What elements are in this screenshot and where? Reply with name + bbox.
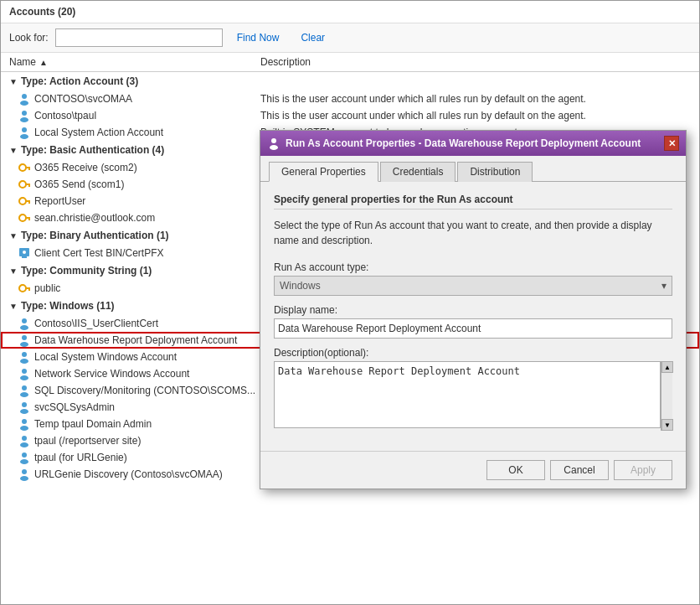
svg-point-31	[20, 375, 28, 380]
look-for-label: Look for:	[9, 32, 49, 44]
item-name: tpaul (/reportserver site)	[18, 434, 260, 447]
svg-point-33	[20, 392, 28, 397]
svg-point-38	[22, 436, 27, 441]
svg-point-15	[19, 215, 26, 221]
tab-credentials[interactable]: Credentials	[380, 162, 456, 182]
find-now-button[interactable]: Find Now	[229, 29, 287, 46]
account-type-row: Run As account type: Windows ▾	[274, 261, 672, 296]
list-headers: Name ▲ Description	[1, 53, 699, 72]
key-icon	[18, 178, 31, 191]
account-type-select[interactable]: Windows ▾	[274, 276, 672, 296]
dialog-tabs: General Properties Credentials Distribut…	[260, 156, 686, 182]
tab-distribution[interactable]: Distribution	[457, 162, 533, 182]
user-icon	[18, 317, 31, 330]
svg-rect-17	[28, 219, 30, 220]
svg-point-5	[20, 134, 28, 139]
svg-rect-22	[25, 287, 30, 289]
collapse-arrow-icon: ▼	[9, 77, 18, 86]
key-icon	[18, 161, 31, 174]
svg-point-42	[22, 469, 27, 474]
description-row: Description(optional): ▲ ▼	[274, 347, 672, 431]
dialog-content: Specify general properties for the Run A…	[260, 182, 686, 451]
svg-point-36	[22, 419, 27, 424]
svg-rect-14	[28, 202, 30, 204]
svg-point-9	[19, 181, 26, 188]
list-item[interactable]: Contoso\tpaul This is the user account u…	[1, 107, 699, 124]
item-name: O365 Send (scom1)	[18, 178, 260, 191]
tab-general-properties[interactable]: General Properties	[269, 162, 378, 182]
svg-point-21	[19, 285, 26, 292]
item-name: Temp tpaul Domain Admin	[18, 417, 260, 431]
item-name: URLGenie Discovery (Contoso\svcOMAA)	[18, 468, 260, 481]
svg-point-41	[20, 459, 28, 464]
display-name-input[interactable]	[274, 318, 672, 339]
svg-point-29	[20, 359, 28, 364]
dialog-description: Select the type of Run As account that y…	[274, 218, 672, 248]
item-name: Contoso\tpaul	[18, 109, 260, 122]
svg-point-0	[22, 94, 27, 99]
svg-point-12	[19, 198, 26, 204]
svg-point-2	[22, 111, 27, 116]
ok-button[interactable]: OK	[486, 460, 545, 480]
svg-rect-23	[28, 289, 30, 291]
item-name: sean.christie@outlook.com	[18, 211, 260, 225]
user-icon	[18, 126, 31, 139]
group-header-action-account[interactable]: ▼ Type: Action Account (3)	[1, 72, 699, 90]
svg-point-37	[20, 426, 28, 431]
display-name-label: Display name:	[274, 304, 672, 316]
collapse-arrow-icon: ▼	[9, 302, 18, 311]
collapse-arrow-icon: ▼	[9, 231, 18, 240]
user-icon	[18, 384, 31, 397]
item-name: Data Warehouse Report Deployment Account	[18, 334, 260, 347]
account-type-label: Run As account type:	[274, 261, 672, 273]
key-icon	[18, 211, 31, 225]
svg-point-35	[20, 409, 28, 414]
sort-arrow-icon: ▲	[39, 58, 48, 67]
item-name: Contoso\IIS_UserClientCert	[18, 317, 260, 330]
cert-icon	[18, 246, 31, 260]
section-title: Specify general properties for the Run A…	[274, 194, 672, 209]
item-name: SQL Discovery/Monitoring (CONTOSO\SCOMS.…	[18, 384, 260, 397]
dialog-title: Run As Account Properties - Data Warehou…	[286, 137, 641, 149]
dialog-titlebar: Run As Account Properties - Data Warehou…	[260, 131, 686, 156]
description-textarea-wrapper: ▲ ▼	[274, 361, 672, 431]
item-name: Network Service Windows Account	[18, 367, 260, 380]
display-name-row: Display name:	[274, 304, 672, 339]
toolbar: Look for: Find Now Clear	[1, 23, 699, 53]
svg-point-3	[20, 117, 28, 122]
svg-point-19	[23, 251, 26, 254]
user-icon	[18, 468, 31, 481]
item-name: tpaul (for URLGenie)	[18, 451, 260, 464]
svg-point-40	[22, 452, 27, 458]
description-textarea[interactable]	[274, 361, 661, 428]
user-icon	[18, 92, 31, 106]
user-icon	[18, 401, 31, 414]
name-column-header[interactable]: Name ▲	[9, 56, 260, 68]
item-name: ReportUser	[18, 194, 260, 208]
svg-rect-16	[25, 217, 30, 219]
svg-point-39	[20, 442, 28, 447]
svg-point-45	[270, 145, 278, 150]
dialog-close-button[interactable]: ✕	[664, 136, 679, 151]
svg-rect-10	[25, 184, 30, 185]
dialog-icon	[267, 137, 281, 150]
dialog-titlebar-left: Run As Account Properties - Data Warehou…	[267, 137, 641, 150]
accounts-title: Accounts (20)	[1, 1, 699, 23]
collapse-arrow-icon: ▼	[9, 266, 18, 276]
clear-button[interactable]: Clear	[293, 29, 332, 46]
search-input[interactable]	[55, 28, 223, 47]
apply-button[interactable]: Apply	[614, 460, 672, 480]
dialog-buttons: OK Cancel Apply	[260, 451, 686, 489]
svg-point-1	[20, 101, 28, 106]
svg-point-43	[20, 476, 28, 481]
scrollbar-down-button[interactable]: ▼	[661, 419, 673, 431]
cancel-button[interactable]: Cancel	[550, 460, 609, 480]
svg-point-32	[22, 385, 27, 390]
list-item[interactable]: CONTOSO\svcOMAA This is the user account…	[1, 90, 699, 107]
svg-point-24	[22, 318, 27, 323]
svg-rect-11	[28, 185, 30, 187]
key-icon	[18, 282, 31, 295]
svg-point-25	[20, 325, 28, 330]
scrollbar-up-button[interactable]: ▲	[661, 361, 673, 373]
user-icon	[18, 367, 31, 380]
